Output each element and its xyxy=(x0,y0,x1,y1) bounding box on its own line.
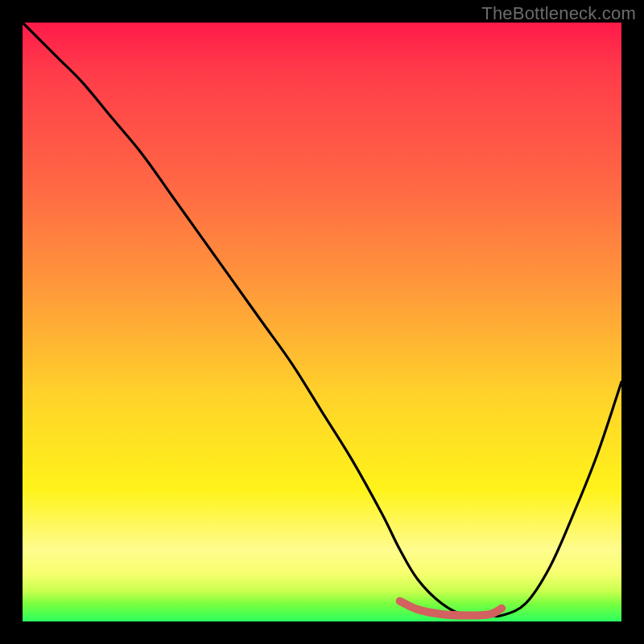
plot-area xyxy=(23,23,621,621)
bottleneck-curve xyxy=(23,23,621,617)
chart-frame: TheBottleneck.com xyxy=(0,0,644,644)
curve-svg xyxy=(23,23,621,621)
watermark-text: TheBottleneck.com xyxy=(481,3,636,24)
